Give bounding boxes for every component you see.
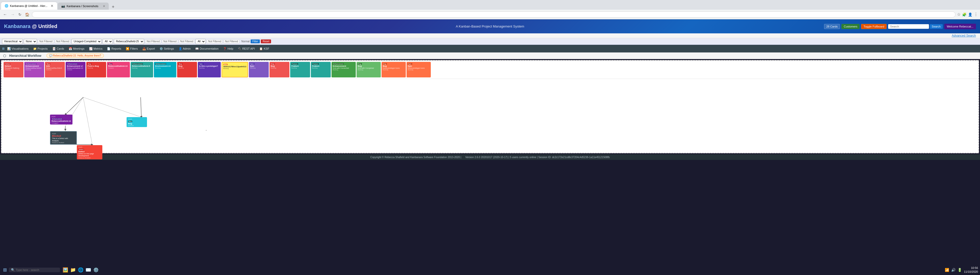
hierarchy-card-defect[interactable]: RQ05 Defect Defect Defect on first page … [77,145,102,160]
card-7[interactable]: Enhancement RebeccaShafield-5 Backlog [130,62,153,77]
nav-item-rest-api[interactable]: 🔌 REST API [236,46,257,51]
tab-favicon: 🌐 [5,4,8,8]
card-4[interactable]: Enhancement Enhancement v+ RebeccaShafie… [65,62,86,77]
bookmark-button[interactable]: ☆ [957,12,961,17]
nav-item-docs[interactable]: 📖 Documentation [193,46,221,51]
profile-button[interactable]: 👤 [968,13,972,17]
sys-icon-battery[interactable]: 🔋 [958,268,962,272]
view-select[interactable]: Hierarchical [2,39,23,44]
nav-item-visualisations[interactable]: 📊 Visualisations [5,46,30,51]
card-15[interactable]: Feature Feature Backlog [311,62,331,77]
card-1[interactable]: Defect Detect Research Nothing Backlog [3,62,24,77]
taskbar-icon-settings[interactable]: ⚙️ [93,267,99,273]
user-select[interactable]: RebeccaShafield-25 [114,39,144,44]
svg-line-0 [65,97,83,115]
chat-bubble[interactable]: 💬 RebeccaShafield-15: Hello, Anyone ther… [46,54,104,58]
forward-button[interactable]: → [10,12,16,17]
reload-button[interactable]: ↻ [18,12,22,17]
card-8[interactable]: Enhancement Environment-13 Backlog [154,62,177,77]
status-bar: Copyright © Rebecca Shafield and Kanbana… [0,154,980,160]
card-13[interactable]: Bug Bug Backlog [269,62,290,77]
nav-icon-vis: ⊞ [2,47,5,51]
card-3[interactable]: Bug Info RebeccaSha-Grid-0 Defined [45,62,65,77]
card-16[interactable]: Enhancement Enhancement Grid with Connec… [331,62,356,77]
filter-bar-1: Hierarchical None Not Filtered Not Filte… [0,38,980,45]
tab-inactive[interactable]: 📷 Kanbanara / Screenshots ✕ [58,3,109,9]
reset-button[interactable]: Reset [261,40,271,43]
taskbar-icon-browser[interactable]: 🌐 [77,267,84,273]
tab-active[interactable]: 🌐 Kanbanara @ Untitled - Hier... ✕ [1,2,57,9]
chat-icon: 💬 [49,54,52,57]
tab-close[interactable]: ✕ [51,4,54,8]
not-filtered-6: Not Filtered [207,40,223,43]
toggle-button[interactable]: Toggle Fullboard [861,24,886,29]
extensions-button[interactable]: 🧩 [962,13,966,17]
card-9[interactable]: Bug Bug Backlog [177,62,197,77]
windows-taskbar: ⊞ 🔍 🖼️ 📁 🌐 ✉️ ⚙️ 📶 🔊 🔋 10:56 11/10/2020 [0,265,980,275]
header-search-input[interactable] [888,24,929,29]
search-button[interactable]: Search [930,24,943,29]
nav-item-filters[interactable]: 🔽 Filters [124,46,140,51]
card-6[interactable]: Bug RebeccaShafield-13 Analysis [107,62,130,77]
nav-item-settings[interactable]: ⚙️ Settings [158,46,176,51]
tab-close-2[interactable]: ✕ [103,5,105,8]
hierarchy-card-analysis[interactable]: RQ05 Bug Bug Analysis [127,117,147,127]
nav-item-projects[interactable]: 📁 Projects [31,46,50,51]
hierarchy-card-enhancement[interactable]: RQ05 Enhancement RebeccaShafield-13 Unta… [50,115,73,125]
taskbar-search-input[interactable] [16,269,57,272]
taskbar-icon-files[interactable]: 📁 [70,267,76,273]
card-14[interactable]: Feature Feature Backlog [290,62,310,77]
menu-button[interactable]: ⋮ [974,12,978,17]
nav-item-metrics[interactable]: 📈 Metrics [87,46,105,51]
nav-item-cards[interactable]: 🃏 Cards [50,46,66,51]
advanced-search-container: Advanced Search [0,33,980,38]
nav-item-export[interactable]: 📤 Export [140,46,157,51]
home-button[interactable]: 🏠 [24,12,30,17]
nav-item-meetings[interactable]: 📅 Meetings [67,46,86,51]
card-2[interactable]: Enhancement Enhancement RebeccaSha-Grid-… [24,62,44,77]
app-body: Defect Detect Research Nothing Backlog E… [1,60,979,153]
nav-item-reports[interactable]: 📄 Reports [105,46,123,51]
page-title-bar: ⬡ Hierarchical Workflow 💬 RebeccaShafiel… [0,52,980,59]
taskbar-search-area[interactable]: 🔍 [9,268,60,272]
card-11[interactable]: Epic SD01217Bloc12path013 Backlog [221,62,248,77]
address-input[interactable]: 192.168.1.77:8001/visuals/hierarchical_w… [32,11,956,17]
svg-line-5 [83,97,92,144]
nav-item-admin[interactable]: 👤 Admin [177,46,193,51]
start-button[interactable]: ⊞ [2,266,8,274]
cards-stat-button[interactable]: 28 Cards [824,24,840,29]
customers-button[interactable]: Customers [842,24,859,29]
not-filtered-3: Not Filtered [145,40,161,43]
card-5[interactable]: Bug Point a Bug Backlog [86,62,106,77]
none-select[interactable]: None [24,39,37,44]
tab-label: Kanbanara @ Untitled - Hier... [10,4,48,7]
filter-button[interactable]: Filter [251,40,260,43]
card-18[interactable]: Bug Bug Extra prototype Icons Backlog [382,62,406,77]
taskbar-icon-view[interactable]: 🖼️ [62,267,68,273]
taskbar-clock: 10:56 11/10/2020 [964,266,978,274]
not-filtered-5: Not Filtered [179,40,195,43]
taskbar-icon-email[interactable]: ✉️ [85,267,92,273]
card-19[interactable]: Epic Epic Extra prototype Icons Backlog [407,62,431,77]
version-text: Version 2.6.0 20201017 (2020-10-17) | 5 … [465,156,610,159]
new-tab-button[interactable]: + [110,4,117,9]
svg-line-6 [83,97,142,117]
welcome-button[interactable]: Welcome Rebeccat... [944,24,976,29]
app-header: Kanbanara @ Untitled A Kanban-Based Proj… [0,19,980,33]
hierarchy-card-blocked[interactable]: RQ05 Blocked This is a Defect with Analy… [50,131,77,145]
all-select-2[interactable]: All [196,39,206,44]
card-10[interactable]: Epic Is this a prototype? Backlog [198,62,221,77]
sys-icon-sound[interactable]: 🔊 [951,268,956,272]
app-logo: Kanbanara @ Untitled [4,24,57,29]
untagged-select[interactable]: Untaged-Completed [72,39,102,44]
all-select[interactable]: All [103,39,113,44]
not-filtered-2: Not Filtered [55,40,71,43]
card-12[interactable]: Epic Epic Backlog [249,62,269,77]
back-button[interactable]: ← [2,12,8,17]
sys-icon-network[interactable]: 📶 [945,268,949,272]
nav-item-help[interactable]: ❓ Help [221,46,235,51]
nav-item-ksf[interactable]: 📋 KSF [257,46,271,51]
advanced-search-link[interactable]: Advanced Search [952,34,976,38]
workflow-icon: ⬡ [3,54,6,58]
card-17[interactable]: Bug Bug Grid with Completed Backlog [356,62,381,77]
